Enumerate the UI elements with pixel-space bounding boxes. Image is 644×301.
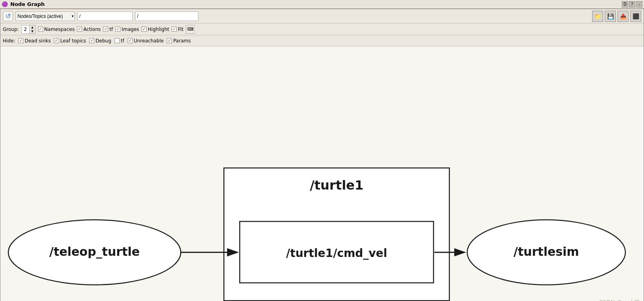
export-icon: 📤	[620, 13, 627, 19]
window-title: Node Graph	[10, 1, 619, 7]
toolbar-row2-filters: Group: 2 ▲ ▼ Namespaces Actions tf Image…	[0, 23, 644, 35]
screenshot-icon: ⬛	[633, 13, 639, 19]
save-button[interactable]: 💾	[605, 11, 616, 22]
unreachable-checkbox[interactable]	[128, 38, 133, 43]
debug-checkbox[interactable]	[89, 38, 94, 43]
hide-label: Hide:	[3, 38, 15, 44]
keyboard-shortcut-icon[interactable]: ⌨	[186, 25, 194, 34]
highlight-checkbox[interactable]	[141, 27, 147, 32]
tf-filter-checkbox[interactable]	[103, 27, 108, 32]
graph-canvas[interactable]: /turtle1 /turtle1/cmd_vel /teleop_turtle…	[0, 46, 644, 301]
export-button[interactable]: 📤	[617, 11, 629, 22]
main-window: ↺ Nodes/Topics (active) ▾ 📁 💾 📤 ⬛	[0, 9, 644, 301]
dead-sinks-checkbox[interactable]	[18, 38, 23, 43]
spinbox-down[interactable]: ▼	[30, 29, 35, 33]
namespaces-label[interactable]: Namespaces	[38, 27, 75, 32]
namespaces-checkbox[interactable]	[38, 27, 43, 32]
actions-label[interactable]: Actions	[77, 27, 101, 32]
title-bar: 🟣 Node Graph D ? –	[0, 0, 644, 9]
hide-row: Hide: Dead sinks Leaf topics Debug tf Un…	[0, 35, 644, 46]
save-icon: 💾	[607, 13, 614, 19]
debug-label[interactable]: Debug	[89, 38, 111, 44]
spinbox-up[interactable]: ▲	[30, 25, 35, 29]
highlight-label[interactable]: Highlight	[141, 27, 169, 32]
group-spinbox[interactable]: 2 ▲ ▼	[21, 25, 36, 34]
turtle1-group-label: /turtle1	[310, 178, 364, 193]
window-btn-minimize[interactable]: –	[636, 1, 642, 8]
namespace-input2[interactable]	[135, 12, 198, 21]
view-mode-select-wrapper[interactable]: Nodes/Topics (active) ▾	[15, 12, 75, 21]
images-label[interactable]: Images	[115, 27, 139, 32]
group-value: 2	[22, 25, 30, 33]
app-icon: 🟣	[2, 1, 8, 8]
tf-filter-label[interactable]: tf	[103, 27, 113, 32]
fit-checkbox[interactable]	[171, 27, 177, 32]
window-toolbar-actions: 📁 💾 📤 ⬛	[592, 11, 641, 22]
params-checkbox[interactable]	[167, 38, 172, 43]
group-label: Group:	[3, 27, 19, 32]
node-graph-svg: /turtle1 /turtle1/cmd_vel /teleop_turtle…	[0, 46, 644, 301]
tf-hide-checkbox[interactable]	[114, 38, 120, 43]
folder-icon: 📁	[594, 13, 601, 19]
images-checkbox[interactable]	[115, 27, 120, 32]
namespace-input1[interactable]	[77, 12, 133, 21]
open-button[interactable]: 📁	[592, 11, 603, 22]
teleop-turtle-label: /teleop_turtle	[49, 245, 139, 259]
screenshot-button[interactable]: ⬛	[630, 11, 641, 22]
leaf-topics-label[interactable]: Leaf topics	[54, 38, 86, 44]
window-controls: D ? –	[622, 1, 642, 8]
toolbar-row1: ↺ Nodes/Topics (active) ▾ 📁 💾 📤 ⬛	[0, 9, 644, 23]
dead-sinks-label[interactable]: Dead sinks	[18, 38, 51, 44]
window-btn-d[interactable]: D	[622, 1, 628, 8]
refresh-button[interactable]: ↺	[3, 11, 13, 21]
actions-checkbox[interactable]	[77, 27, 82, 32]
unreachable-label[interactable]: Unreachable	[128, 38, 164, 44]
refresh-icon: ↺	[6, 12, 11, 20]
params-label[interactable]: Params	[167, 38, 191, 44]
view-mode-select[interactable]: Nodes/Topics (active)	[15, 12, 75, 21]
watermark: CSDN @xx小菜	[598, 299, 639, 301]
fit-label[interactable]: Fit	[171, 27, 183, 32]
cmd-vel-node-label: /turtle1/cmd_vel	[286, 247, 387, 260]
leaf-topics-checkbox[interactable]	[54, 38, 59, 43]
window-btn-help[interactable]: ?	[629, 1, 635, 8]
tf-hide-label[interactable]: tf	[114, 38, 124, 44]
turtlesim-label: /turtlesim	[514, 245, 579, 259]
